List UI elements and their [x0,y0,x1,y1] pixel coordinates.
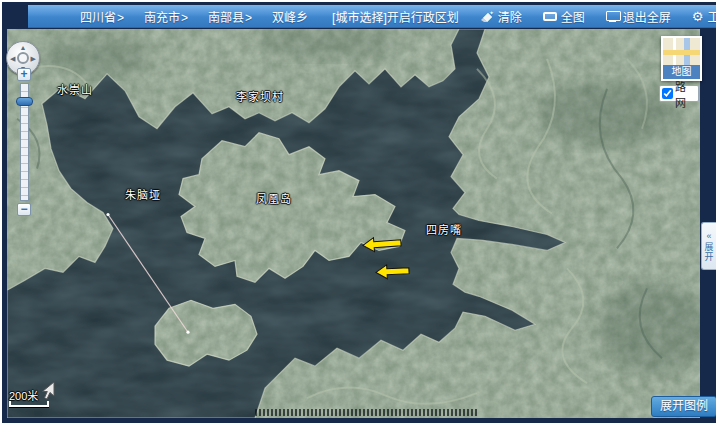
eraser-icon: ✦ [480,10,494,22]
zoom-slider-handle[interactable] [16,97,33,106]
exit-fullscreen-label: 退出全屏 [623,8,671,25]
mouse-cursor-icon [40,381,56,401]
breadcrumb-county[interactable]: 南部县> [208,8,252,25]
clear-button[interactable]: ✦ 清除 [480,8,522,25]
road-network-checkbox[interactable] [662,88,673,99]
full-extent-icon [543,12,557,21]
breadcrumb-city[interactable]: 南充市> [144,8,188,25]
scale-bar [9,401,49,407]
app-frame: 四川省> 南充市> 南部县> 双峰乡 [城市选择] 开启行政区划 ✦ 清除 全图 [2,2,716,423]
layer-switcher-button[interactable]: 地图 [661,36,702,81]
expand-legend-button[interactable]: 展开图例 [651,396,716,417]
expand-side-panel-tab[interactable]: « 展开 [701,222,716,270]
clear-label: 清除 [498,8,522,25]
breadcrumb-town[interactable]: 双峰乡 [272,8,308,25]
pan-right-arrow[interactable]: ▶ [31,55,36,62]
road-network-toggle[interactable]: 路网 [659,85,699,102]
breadcrumb-separator: > [117,11,124,25]
breadcrumb-county-label: 南部县 [208,11,244,25]
breadcrumb-province[interactable]: 四川省> [80,8,124,25]
full-extent-button[interactable]: 全图 [543,8,585,25]
toolbar-actions: 开启行政区划 ✦ 清除 全图 退出全屏 ⚙ 工具 ▼ [387,8,716,25]
breadcrumb-separator: > [181,11,188,25]
tools-label: 工具 [708,8,717,25]
breadcrumb-separator: > [245,11,252,25]
exit-fullscreen-button[interactable]: 退出全屏 [606,8,671,25]
city-select-button[interactable]: [城市选择] [332,8,387,25]
pan-up-arrow[interactable]: ▲ [20,44,27,51]
district-toggle-label: 开启行政区划 [387,8,459,25]
satellite-imagery [7,29,700,418]
gear-icon: ⚙ [692,10,704,23]
monitor-icon [606,11,619,22]
svg-text:✦: ✦ [489,10,494,16]
full-extent-label: 全图 [561,8,585,25]
breadcrumb-province-label: 四川省 [80,11,116,25]
district-toggle-button[interactable]: 开启行政区划 [387,8,459,25]
breadcrumb-city-label: 南充市 [144,11,180,25]
attribution-text-cutoff [255,409,479,416]
zoom-in-button[interactable]: + [17,68,31,81]
pan-left-arrow[interactable]: ◀ [10,55,15,62]
pan-center-button[interactable] [17,52,29,64]
chevron-left-icon: « [706,231,711,241]
tools-menu-button[interactable]: ⚙ 工具 ▼ [692,8,716,25]
zoom-out-button[interactable]: − [17,203,31,216]
satellite-map[interactable] [7,29,700,418]
side-tab-label: 展开 [703,242,716,262]
road-network-label: 路网 [675,78,696,110]
breadcrumb: 四川省> 南充市> 南部县> 双峰乡 [城市选择] [28,8,387,25]
breadcrumb-town-label: 双峰乡 [272,11,308,25]
top-toolbar: 四川省> 南充市> 南部县> 双峰乡 [城市选择] 开启行政区划 ✦ 清除 全图 [28,5,716,28]
